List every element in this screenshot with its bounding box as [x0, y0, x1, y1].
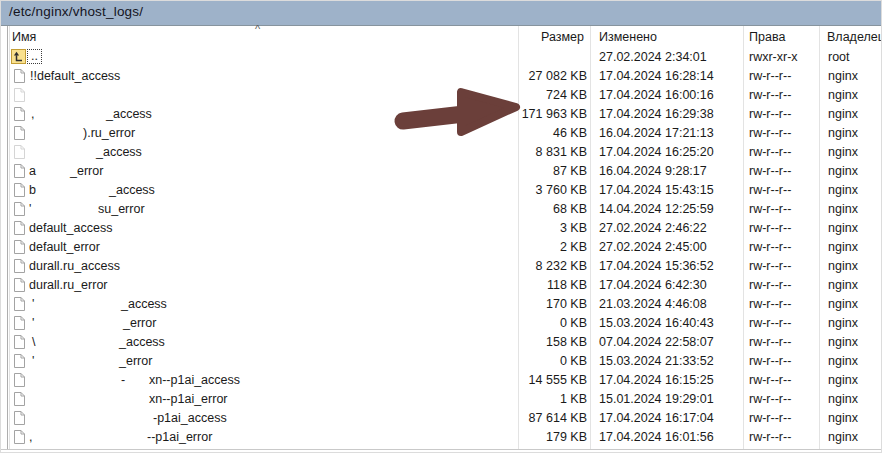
column-headers: Имя ^ Размер Изменено Права Владелец	[1, 26, 882, 48]
file-name: xn--p1ai_error	[149, 392, 228, 406]
file-owner: nginx	[828, 411, 858, 425]
file-row[interactable]: '_error0 KB15.03.2024 16:40:43rw-r--r--n…	[1, 314, 882, 333]
file-row[interactable]: \_access158 KB07.04.2024 22:58:07rw-r--r…	[1, 333, 882, 352]
file-name: !!default_access	[30, 69, 120, 83]
column-header-owner[interactable]: Владелец	[827, 30, 882, 44]
file-size: 3 760 KB	[421, 183, 587, 197]
file-owner: nginx	[828, 107, 858, 121]
column-header-modified[interactable]: Изменено	[599, 30, 657, 44]
annotation-arrow	[389, 81, 529, 139]
file-name: _error	[119, 354, 152, 368]
file-size: 158 KB	[421, 335, 587, 349]
column-header-size[interactable]: Размер	[421, 30, 584, 44]
file-row[interactable]: ,--p1ai_error179 KB17.04.2024 16:01:56rw…	[1, 428, 882, 447]
file-rights: rw-r--r--	[749, 69, 791, 83]
file-rights: rw-r--r--	[749, 259, 791, 273]
file-icon	[13, 182, 26, 201]
file-row[interactable]: durall.ru_error118 KB17.04.2024 6:42:30r…	[1, 276, 882, 295]
path-bar[interactable]: /etc/nginx/vhost_logs/	[1, 1, 882, 26]
file-name: durall.ru_access	[29, 259, 120, 273]
file-modified: 17.04.2024 15:43:15	[599, 183, 714, 197]
file-rights: rw-r--r--	[749, 240, 791, 254]
file-modified: 17.04.2024 16:15:25	[599, 373, 714, 387]
file-owner: nginx	[828, 221, 858, 235]
file-rights: rw-r--r--	[749, 411, 791, 425]
file-icon	[13, 429, 26, 448]
file-row[interactable]: -p1ai_access87 614 KB17.04.2024 16:17:04…	[1, 409, 882, 428]
file-modified: 17.04.2024 16:01:56	[599, 430, 714, 444]
file-owner: nginx	[828, 335, 858, 349]
file-name: xn--p1ai_access	[149, 373, 240, 387]
file-rights: rw-r--r--	[749, 278, 791, 292]
file-name: _access	[109, 183, 155, 197]
file-name: '	[32, 297, 34, 311]
file-icon	[13, 372, 26, 391]
file-modified: 27.02.2024 2:45:00	[599, 240, 707, 254]
file-size: 179 KB	[421, 430, 587, 444]
file-name: _access	[106, 107, 152, 121]
file-modified: 07.04.2024 22:58:07	[599, 335, 714, 349]
column-header-name[interactable]: Имя	[12, 30, 36, 44]
file-owner: nginx	[828, 430, 858, 444]
file-owner: nginx	[828, 88, 858, 102]
file-name: -	[121, 373, 125, 387]
file-size: 87 614 KB	[421, 411, 587, 425]
file-icon	[13, 315, 26, 334]
file-size: 118 KB	[421, 278, 587, 292]
file-row[interactable]: xn--p1ai_error1 KB15.01.2024 19:29:01rw-…	[1, 390, 882, 409]
file-size: 8 232 KB	[421, 259, 587, 273]
file-name: _access	[119, 335, 165, 349]
file-icon	[13, 391, 26, 410]
file-row[interactable]: '_error0 KB15.03.2024 21:33:52rw-r--r--n…	[1, 352, 882, 371]
file-name: su_error	[98, 202, 145, 216]
file-modified: 17.04.2024 6:42:30	[599, 278, 707, 292]
file-manager-panel: /etc/nginx/vhost_logs/ Имя ^ Размер Изме…	[0, 0, 882, 453]
file-row[interactable]: default_access3 KB27.02.2024 2:46:22rw-r…	[1, 219, 882, 238]
file-rights: rw-r--r--	[749, 145, 791, 159]
file-icon	[13, 201, 26, 220]
file-rights: rw-r--r--	[749, 107, 791, 121]
file-size: 0 KB	[421, 354, 587, 368]
file-modified: 17.04.2024 16:28:14	[599, 69, 714, 83]
file-name: ,	[31, 107, 34, 121]
file-row[interactable]: b_access3 760 KB17.04.2024 15:43:15rw-r-…	[1, 181, 882, 200]
file-owner: nginx	[828, 202, 858, 216]
file-size: 68 KB	[421, 202, 587, 216]
file-name: b	[29, 183, 36, 197]
column-header-rights[interactable]: Права	[749, 30, 785, 44]
file-rights: rw-r--r--	[749, 88, 791, 102]
file-icon	[13, 258, 26, 277]
file-row[interactable]: default_error2 KB27.02.2024 2:45:00rw-r-…	[1, 238, 882, 257]
file-name: ).ru_error	[83, 126, 135, 140]
file-owner: nginx	[828, 278, 858, 292]
file-row[interactable]: ..27.02.2024 2:34:01rwxr-xr-xroot	[1, 48, 882, 67]
file-icon	[13, 125, 26, 144]
sort-ascending-icon[interactable]: ^	[255, 23, 260, 35]
file-size: 0 KB	[421, 316, 587, 330]
file-icon	[13, 353, 26, 372]
file-rights: rw-r--r--	[749, 373, 791, 387]
file-row[interactable]: a_error87 KB16.04.2024 9:28:17rw-r--r--n…	[1, 162, 882, 181]
file-modified: 17.04.2024 16:00:16	[599, 88, 714, 102]
parent-directory-icon	[11, 49, 26, 67]
file-modified: 17.04.2024 16:25:20	[599, 145, 714, 159]
file-icon	[13, 410, 26, 429]
file-owner: nginx	[828, 373, 858, 387]
file-icon	[13, 163, 26, 182]
file-rights: rw-r--r--	[749, 202, 791, 216]
file-modified: 15.01.2024 19:29:01	[599, 392, 714, 406]
file-row[interactable]: 'su_error68 KB14.04.2024 12:25:59rw-r--r…	[1, 200, 882, 219]
file-owner: nginx	[828, 183, 858, 197]
file-name: _access	[121, 297, 167, 311]
file-row[interactable]: '_access170 KB21.03.2024 4:46:08rw-r--r-…	[1, 295, 882, 314]
file-size: 2 KB	[421, 240, 587, 254]
file-row[interactable]: _access8 831 KB17.04.2024 16:25:20rw-r--…	[1, 143, 882, 162]
file-size: 14 555 KB	[421, 373, 587, 387]
file-row[interactable]: durall.ru_access8 232 KB17.04.2024 15:36…	[1, 257, 882, 276]
file-owner: nginx	[828, 69, 858, 83]
file-icon	[13, 68, 26, 87]
file-row[interactable]: -xn--p1ai_access14 555 KB17.04.2024 16:1…	[1, 371, 882, 390]
file-icon	[13, 334, 26, 353]
file-icon	[13, 277, 26, 296]
file-owner: nginx	[828, 126, 858, 140]
